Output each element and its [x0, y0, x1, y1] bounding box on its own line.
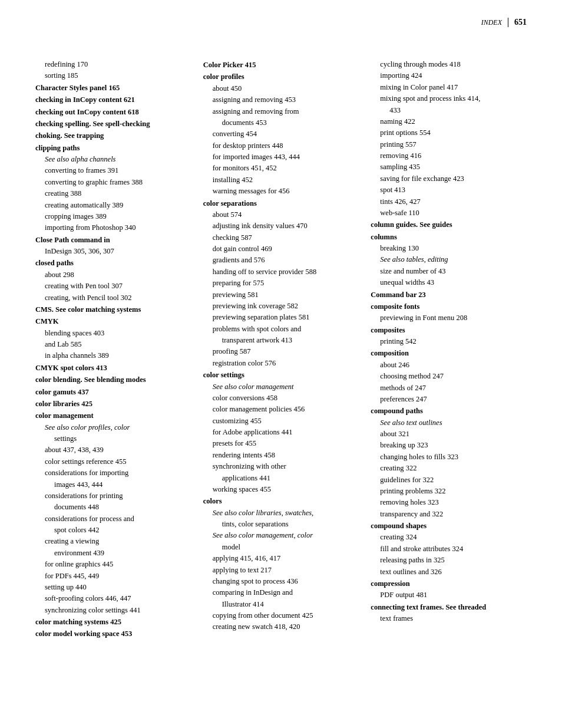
entry-sub: cycling through modes 418: [371, 59, 527, 70]
entry-sub2: spot colors 442: [35, 525, 191, 536]
entry-sub: creating 388: [35, 188, 191, 199]
entry-sub: checking 587: [203, 232, 359, 243]
entry-sub: web-safe 110: [371, 207, 527, 219]
entry-sub: removing 416: [371, 150, 527, 162]
entry-main: choking. See trapping: [35, 130, 191, 141]
entry-sub: converting to frames 391: [35, 165, 191, 176]
entry-sub: previewing ink coverage 582: [203, 301, 359, 312]
entry-sub: See also color libraries, swatches,: [203, 508, 359, 519]
entry-sub: proofing 587: [203, 346, 359, 357]
entry-sub2: environment 439: [35, 548, 191, 559]
entry-sub: creating a viewing: [35, 536, 191, 547]
entry-sub: printing 542: [371, 336, 527, 347]
entry-main: CMS. See color matching systems: [35, 304, 191, 315]
entry-sub: creating 322: [371, 463, 527, 474]
entry-sub: removing holes 323: [371, 497, 527, 508]
entry-main: closed paths: [35, 258, 191, 269]
entry-sub: in alpha channels 389: [35, 350, 191, 361]
entry-sub: about 450: [203, 83, 359, 94]
entry-sub: synchronizing color settings 441: [35, 605, 191, 616]
entry-sub: about 298: [35, 269, 191, 281]
entry-sub: previewing separation plates 581: [203, 312, 359, 323]
entry-sub: considerations for importing: [35, 467, 191, 479]
entry-main: compound paths: [371, 406, 527, 417]
entry-sub: rendering intents 458: [203, 450, 359, 461]
entry-sub: warning messages for 456: [203, 186, 359, 197]
entry-sub: sorting 185: [35, 70, 191, 81]
entry-main: CMYK: [35, 316, 191, 327]
entry-sub: for monitors 451, 452: [203, 163, 359, 174]
entry-main: colors: [203, 496, 359, 507]
entry-sub: See also text outlines: [371, 417, 527, 429]
entry-sub: color settings reference 455: [35, 456, 191, 467]
entry-sub2: model: [203, 542, 359, 553]
entry-sub2: images 443, 444: [35, 479, 191, 490]
entry-sub: redefining 170: [35, 59, 191, 70]
entry-sub: applying 415, 416, 417: [203, 553, 359, 564]
entry-main: compression: [371, 578, 527, 589]
entry-main: CMYK spot colors 413: [35, 363, 191, 374]
entry-sub: printing problems 322: [371, 486, 527, 497]
entry-sub: for imported images 443, 444: [203, 151, 359, 163]
entry-sub: breaking 130: [371, 243, 527, 254]
header-divider: [508, 18, 508, 27]
column-1: redefining 170sorting 185Character Style…: [35, 59, 203, 640]
entry-sub2: transparent artwork 413: [203, 335, 359, 346]
entry-sub: color management policies 456: [203, 404, 359, 415]
entry-sub: setting up 440: [35, 582, 191, 593]
entry-main: Character Styles panel 165: [35, 83, 191, 94]
entry-sub: creating with Pen tool 307: [35, 281, 191, 292]
entry-main: color gamuts 437: [35, 387, 191, 398]
entry-main: compound shapes: [371, 521, 527, 532]
entry-sub: saving for file exchange 423: [371, 173, 527, 185]
entry-sub2: tints, color separations: [203, 519, 359, 530]
entry-sub: printing 557: [371, 139, 527, 150]
entry-sub: See also color profiles, color: [35, 422, 191, 433]
entry-sub: considerations for printing: [35, 490, 191, 502]
entry-sub2: documents 448: [35, 502, 191, 513]
entry-main: column guides. See guides: [371, 219, 527, 230]
entry-sub: spot 413: [371, 185, 527, 196]
entry-main: color libraries 425: [35, 398, 191, 410]
entry-sub: mixing in Color panel 417: [371, 82, 527, 93]
entry-sub: methods of 247: [371, 383, 527, 394]
entry-sub: problems with spot colors and: [203, 324, 359, 335]
entry-sub: breaking up 323: [371, 440, 527, 451]
entry-sub: dot gain control 469: [203, 243, 359, 255]
entry-main: color blending. See blending modes: [35, 374, 191, 386]
entry-main: Command bar 23: [371, 289, 527, 301]
entry-sub: releasing paths in 325: [371, 555, 527, 566]
entry-main: Color Picker 415: [203, 60, 359, 71]
entry-main: color model working space 453: [35, 628, 191, 640]
entry-sub: tints 426, 427: [371, 196, 527, 207]
entry-main: color matching systems 425: [35, 617, 191, 628]
entry-sub: creating automatically 389: [35, 200, 191, 211]
entry-sub: guidelines for 322: [371, 475, 527, 486]
entry-sub: comparing in InDesign and: [203, 587, 359, 598]
entry-sub: sampling 435: [371, 162, 527, 173]
entry-sub: size and number of 43: [371, 266, 527, 277]
entry-sub: considerations for process and: [35, 513, 191, 525]
entry-sub: gradients and 576: [203, 255, 359, 266]
entry-main: color profiles: [203, 71, 359, 83]
entry-main: color settings: [203, 370, 359, 381]
entry-main: color management: [35, 410, 191, 421]
entry-sub: for online graphics 445: [35, 559, 191, 570]
entry-main: Close Path command in: [35, 235, 191, 246]
entry-main: connecting text frames. See threaded: [371, 602, 527, 613]
entry-sub: creating new swatch 418, 420: [203, 621, 359, 633]
entry-sub: mixing spot and process inks 414,: [371, 93, 527, 104]
column-3: cycling through modes 418importing 424mi…: [371, 59, 527, 640]
entry-sub: creating, with Pencil tool 302: [35, 292, 191, 304]
entry-sub: for Adobe applications 441: [203, 427, 359, 438]
entry-sub: InDesign 305, 306, 307: [35, 246, 191, 257]
entry-sub: color conversions 458: [203, 393, 359, 404]
entry-sub: customizing 455: [203, 416, 359, 427]
index-columns: redefining 170sorting 185Character Style…: [35, 59, 527, 640]
entry-sub: for PDFs 445, 449: [35, 571, 191, 582]
entry-sub2: Illustrator 414: [203, 599, 359, 610]
entry-sub2: applications 441: [203, 473, 359, 484]
entry-sub: fill and stroke attributes 324: [371, 543, 527, 555]
entry-sub: preparing for 575: [203, 278, 359, 289]
page-number: 651: [514, 18, 527, 27]
